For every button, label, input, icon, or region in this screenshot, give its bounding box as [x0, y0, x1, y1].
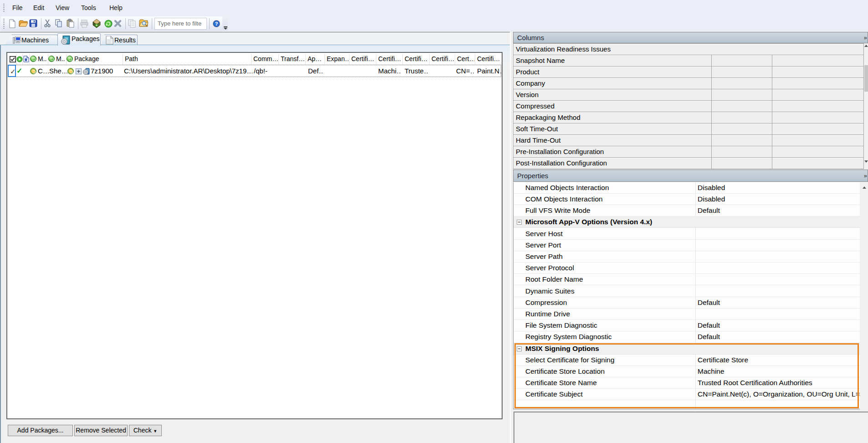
- svg-text:?: ?: [215, 21, 218, 26]
